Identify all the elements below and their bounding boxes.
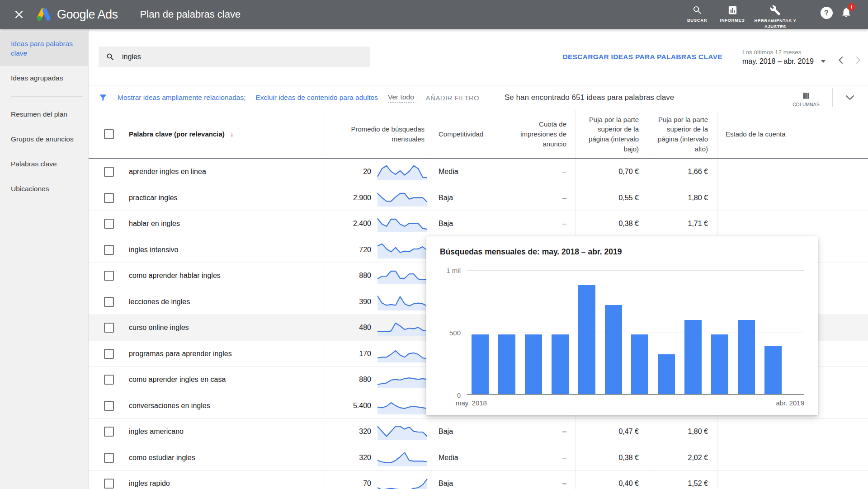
- next-period-button[interactable]: [856, 50, 861, 64]
- y-axis-label: 1 mil: [440, 267, 461, 274]
- trend-sparkline[interactable]: [376, 292, 429, 311]
- filter-exclude-adult[interactable]: Excluir ideas de contenido para adultos: [255, 94, 378, 102]
- sidebar-item[interactable]: Ubicaciones: [0, 177, 88, 202]
- avg-value: 2.400: [353, 220, 371, 228]
- header-avg-searches[interactable]: Promedio de búsquedas mensuales: [324, 110, 431, 158]
- help-button[interactable]: ?: [817, 4, 835, 19]
- header-keyword[interactable]: Palabra clave (por relevancia) ↓: [120, 110, 324, 158]
- keyword-cell: como aprender ingles en casa: [120, 367, 324, 393]
- chevron-left-icon: [838, 56, 843, 64]
- trend-sparkline[interactable]: [376, 240, 429, 259]
- sidebar-item[interactable]: Ideas agrupadas: [0, 66, 88, 91]
- bar-abr. 2019: [764, 346, 782, 394]
- avg-value: 390: [359, 298, 371, 306]
- see-all-link[interactable]: Ver todo: [388, 93, 414, 103]
- app-bar: Google Ads Plan de palabras clave BUSCAR…: [0, 0, 868, 29]
- avg-searches-cell: 70: [324, 471, 431, 489]
- header-bid-low[interactable]: Puja por la parte superior de la página …: [576, 110, 648, 158]
- trend-sparkline[interactable]: [376, 474, 429, 489]
- trend-sparkline[interactable]: [376, 448, 429, 467]
- keyword-search-input[interactable]: [121, 52, 363, 61]
- columns-button[interactable]: COLUMNAS: [793, 89, 820, 107]
- prev-period-button[interactable]: [838, 50, 843, 64]
- avg-value: 880: [359, 376, 371, 384]
- header-account-status[interactable]: Estado de la cuenta: [717, 110, 868, 158]
- trend-sparkline[interactable]: [376, 318, 429, 337]
- row-checkbox[interactable]: [104, 167, 114, 177]
- header-impression-share[interactable]: Cuota de impresiones de anuncio: [503, 110, 576, 158]
- row-checkbox[interactable]: [104, 323, 114, 333]
- bar-nov. 2018: [631, 334, 648, 394]
- help-icon: ?: [821, 7, 833, 19]
- reports-action-button[interactable]: INFORMES: [715, 4, 750, 23]
- impression-share-cell: –: [503, 159, 576, 185]
- row-checkbox[interactable]: [104, 193, 114, 203]
- row-checkbox[interactable]: [104, 427, 114, 437]
- row-checkbox[interactable]: [104, 401, 114, 411]
- account-status-cell: [717, 445, 868, 471]
- columns-label: COLUMNAS: [793, 102, 820, 107]
- row-checkbox[interactable]: [104, 245, 114, 255]
- bar-chart-bars: [472, 270, 782, 394]
- bar-chart: 1 mil 500 0 may. 2018 abr. 2019: [440, 270, 804, 407]
- sidebar-item[interactable]: Palabras clave: [0, 152, 88, 177]
- competition-cell: Media: [431, 445, 503, 471]
- page-title: Plan de palabras clave: [140, 9, 241, 20]
- table-row: practicar ingles2.900Baja–0,55 €1,80 €: [89, 185, 868, 212]
- trend-sparkline[interactable]: [376, 344, 429, 363]
- row-checkbox-cell: [89, 341, 120, 367]
- date-range-picker[interactable]: Los últimos 12 meses may. 2018 – abr. 20…: [742, 49, 826, 66]
- x-axis-line: [467, 394, 804, 395]
- trend-sparkline[interactable]: [376, 370, 429, 389]
- row-checkbox-cell: [89, 393, 120, 419]
- table-row: ingles rapido70Baja–0,40 €1,52 €: [89, 471, 868, 489]
- row-checkbox[interactable]: [104, 271, 114, 281]
- trend-sparkline[interactable]: [376, 422, 429, 441]
- search-action-button[interactable]: BUSCAR: [679, 4, 715, 23]
- toolbar: DESCARGAR IDEAS PARA PALABRAS CLAVE Los …: [89, 29, 868, 85]
- search-icon: [106, 52, 115, 61]
- trend-sparkline[interactable]: [376, 162, 429, 181]
- row-checkbox[interactable]: [104, 375, 114, 385]
- date-range-value: may. 2018 – abr. 2019: [742, 57, 814, 66]
- avg-searches-cell: 480: [324, 315, 431, 341]
- google-ads-logo-icon: [35, 6, 52, 23]
- header-competition[interactable]: Competitividad: [431, 110, 503, 158]
- notifications-button[interactable]: !: [835, 4, 857, 18]
- competition-cell: Baja: [431, 471, 503, 489]
- avg-searches-cell: 2.400: [324, 211, 431, 237]
- avg-value: 20: [363, 168, 371, 176]
- close-button[interactable]: [10, 5, 28, 24]
- sidebar-item[interactable]: Ideas para palabras clave: [0, 32, 88, 66]
- header-bid-high[interactable]: Puja por la parte superior de la página …: [648, 110, 717, 158]
- tools-action-button[interactable]: HERRAMIENTAS Y AJUSTES: [750, 4, 801, 29]
- avg-value: 720: [359, 246, 371, 254]
- row-checkbox[interactable]: [104, 349, 114, 359]
- bar-mar. 2019: [738, 320, 755, 394]
- keyword-cell: conversaciones en ingles: [120, 393, 324, 419]
- sidebar-item[interactable]: Resumen del plan: [0, 102, 88, 127]
- select-all-checkbox[interactable]: [104, 129, 114, 139]
- reports-action-label: INFORMES: [720, 18, 745, 23]
- trend-sparkline[interactable]: [376, 188, 429, 207]
- filterbar-divider: [832, 88, 833, 107]
- add-filter-button[interactable]: AÑADIR FILTRO: [426, 94, 479, 102]
- sidebar-item[interactable]: Grupos de anuncios: [0, 127, 88, 152]
- row-checkbox[interactable]: [104, 453, 114, 463]
- bid-high-cell: 1,80 €: [648, 185, 717, 211]
- bid-low-cell: 0,47 €: [576, 419, 648, 445]
- download-ideas-link[interactable]: DESCARGAR IDEAS PARA PALABRAS CLAVE: [562, 53, 722, 61]
- notification-badge: !: [848, 3, 855, 11]
- row-checkbox[interactable]: [104, 219, 114, 229]
- keyword-search-box[interactable]: [99, 47, 370, 67]
- trend-sparkline[interactable]: [376, 396, 429, 415]
- trend-sparkline[interactable]: [376, 214, 429, 233]
- trend-sparkline[interactable]: [376, 266, 429, 285]
- row-checkbox[interactable]: [104, 479, 114, 489]
- row-checkbox[interactable]: [104, 297, 114, 307]
- row-checkbox-cell: [89, 445, 120, 471]
- bid-low-cell: 0,55 €: [576, 185, 648, 211]
- expand-panel-button[interactable]: [845, 95, 854, 100]
- filter-broad-ideas[interactable]: Mostrar ideas ampliamente relacionadas;: [118, 94, 245, 102]
- row-checkbox-cell: [89, 315, 120, 341]
